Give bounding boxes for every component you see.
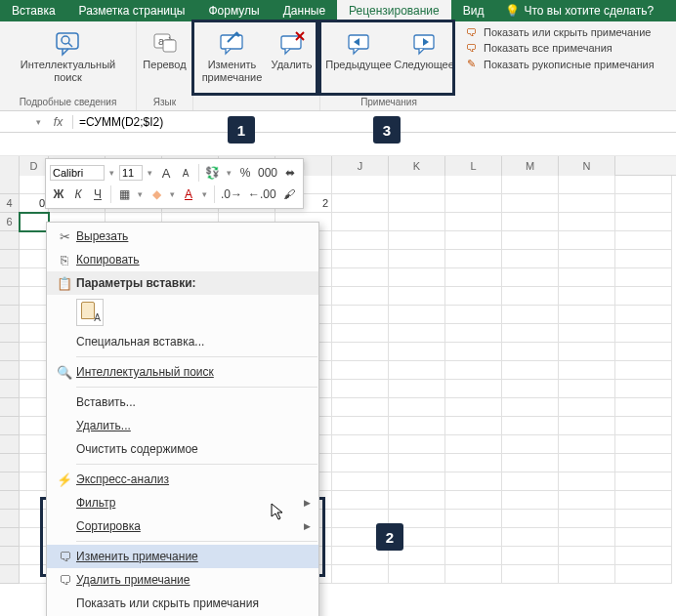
- cell[interactable]: [502, 491, 559, 510]
- cm-delete[interactable]: Удалить...: [47, 414, 318, 437]
- percent-button[interactable]: %: [236, 163, 254, 183]
- cell[interactable]: [615, 361, 672, 380]
- cell[interactable]: [389, 324, 445, 343]
- row-header[interactable]: [0, 231, 20, 250]
- cell[interactable]: [20, 250, 49, 268]
- cell[interactable]: [445, 417, 502, 435]
- tab-view[interactable]: Вид: [451, 0, 496, 21]
- show-all-comments-link[interactable]: 🗨 Показать все примечания: [463, 41, 655, 55]
- cell[interactable]: [559, 565, 615, 584]
- cell[interactable]: [615, 454, 672, 472]
- cell[interactable]: [445, 306, 502, 324]
- decrease-font-button[interactable]: A: [177, 163, 194, 183]
- cell[interactable]: [332, 176, 389, 194]
- cell[interactable]: [445, 324, 502, 343]
- cell[interactable]: [559, 528, 615, 547]
- cell[interactable]: [502, 343, 559, 361]
- cell[interactable]: [559, 417, 615, 435]
- font-family-select[interactable]: [50, 165, 105, 181]
- cell[interactable]: [20, 454, 49, 472]
- cell[interactable]: [445, 194, 502, 213]
- cell[interactable]: [332, 268, 389, 287]
- cell[interactable]: [20, 510, 49, 528]
- cm-edit-comment[interactable]: 🗨 Изменить примечание: [47, 545, 318, 568]
- cm-show-hide-comments[interactable]: Показать или скрыть примечания: [47, 592, 318, 615]
- row-header[interactable]: [0, 454, 20, 472]
- cell[interactable]: [615, 194, 672, 213]
- col-K[interactable]: K: [389, 156, 445, 176]
- cell[interactable]: [20, 528, 49, 547]
- cell[interactable]: [559, 250, 615, 268]
- cm-paste-special[interactable]: Специальная вставка...: [47, 330, 318, 353]
- col-L[interactable]: L: [445, 156, 502, 176]
- cell[interactable]: [332, 194, 389, 213]
- cell[interactable]: [615, 472, 672, 491]
- cell[interactable]: [559, 343, 615, 361]
- translate-button[interactable]: a文 Перевод: [139, 25, 190, 94]
- cell[interactable]: [559, 324, 615, 343]
- cell[interactable]: [559, 287, 615, 306]
- cell[interactable]: [559, 176, 615, 194]
- row-header[interactable]: [0, 268, 20, 287]
- cell[interactable]: [615, 306, 672, 324]
- row-header[interactable]: [0, 324, 20, 343]
- cell[interactable]: [615, 213, 672, 231]
- cell[interactable]: [559, 194, 615, 213]
- cell[interactable]: [20, 472, 49, 491]
- row-header[interactable]: [0, 361, 20, 380]
- cell[interactable]: [559, 454, 615, 472]
- cm-clear[interactable]: Очистить содержимое: [47, 437, 318, 461]
- cell[interactable]: [332, 231, 389, 250]
- row-header[interactable]: [0, 528, 20, 547]
- row-header[interactable]: 6: [0, 213, 20, 231]
- delete-comment-button[interactable]: Удалить: [268, 25, 317, 94]
- cell[interactable]: [502, 454, 559, 472]
- cell[interactable]: [445, 213, 502, 231]
- cell[interactable]: [445, 510, 502, 528]
- cell[interactable]: [615, 547, 672, 565]
- row-header[interactable]: [0, 565, 20, 584]
- cell[interactable]: [615, 510, 672, 528]
- cell[interactable]: [332, 454, 389, 472]
- underline-button[interactable]: Ч: [89, 185, 106, 204]
- format-painter-button[interactable]: 🖌: [280, 185, 298, 204]
- cell[interactable]: [332, 417, 389, 435]
- cell[interactable]: [445, 491, 502, 510]
- font-size-select[interactable]: [119, 165, 143, 181]
- tab-page-layout[interactable]: Разметка страницы: [67, 0, 197, 21]
- cell[interactable]: [615, 231, 672, 250]
- cell[interactable]: [502, 435, 559, 454]
- cell[interactable]: [389, 343, 445, 361]
- row-header[interactable]: [0, 250, 20, 268]
- cell[interactable]: [20, 380, 49, 398]
- show-ink-link[interactable]: ✎ Показать рукописные примечания: [463, 57, 655, 71]
- cell[interactable]: [20, 213, 49, 231]
- cm-filter[interactable]: Фильтр ▶: [47, 491, 318, 514]
- cell[interactable]: [502, 547, 559, 565]
- cell[interactable]: [502, 306, 559, 324]
- cell[interactable]: [332, 306, 389, 324]
- cm-delete-comment[interactable]: 🗨 Удалить примечание: [47, 568, 318, 592]
- cell[interactable]: [332, 565, 389, 584]
- cell[interactable]: [445, 435, 502, 454]
- cell[interactable]: [445, 380, 502, 398]
- cell[interactable]: [332, 250, 389, 268]
- cell[interactable]: [445, 287, 502, 306]
- cell[interactable]: [20, 565, 49, 584]
- cell[interactable]: [615, 176, 672, 194]
- col-N[interactable]: N: [559, 156, 615, 176]
- cell[interactable]: [615, 250, 672, 268]
- cell[interactable]: [389, 231, 445, 250]
- cell[interactable]: [332, 491, 389, 510]
- tell-me-search[interactable]: 💡 Что вы хотите сделать?: [495, 0, 663, 21]
- cell[interactable]: [615, 528, 672, 547]
- cell[interactable]: [389, 287, 445, 306]
- cell[interactable]: [389, 213, 445, 231]
- increase-font-button[interactable]: A: [157, 163, 175, 183]
- tab-data[interactable]: Данные: [272, 0, 337, 21]
- cell[interactable]: [389, 435, 445, 454]
- decrease-decimal-button[interactable]: .0→: [219, 185, 244, 204]
- cell[interactable]: [389, 417, 445, 435]
- cell[interactable]: [615, 324, 672, 343]
- col-M[interactable]: M: [502, 156, 559, 176]
